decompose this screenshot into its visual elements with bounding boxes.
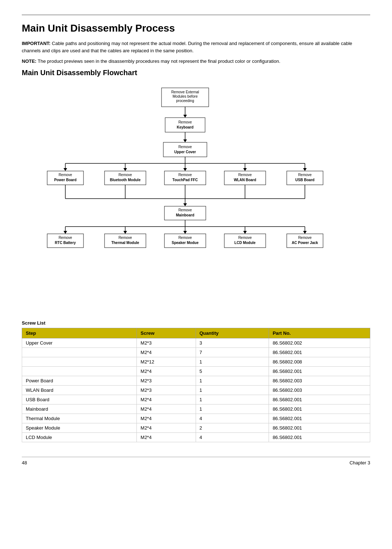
table-cell-screw: M2*3: [137, 338, 196, 347]
table-cell-part: 86.S6802.003: [269, 385, 370, 395]
svg-text:Remove: Remove: [238, 173, 252, 177]
svg-marker-5: [183, 115, 187, 118]
important-text: Cable paths and positioning may not repr…: [22, 41, 352, 53]
table-row: USB BoardM2*4186.S6802.001: [22, 395, 370, 404]
svg-text:Mainboard: Mainboard: [176, 213, 195, 217]
svg-text:Remove: Remove: [238, 236, 252, 240]
svg-text:Remove: Remove: [178, 208, 192, 212]
screw-list-section: Screw List Step Screw Quantity Part No. …: [22, 320, 370, 442]
svg-marker-59: [183, 231, 187, 234]
table-cell-step: Thermal Module: [22, 414, 137, 423]
table-cell-qty: 1: [196, 395, 269, 404]
svg-text:LCD Module: LCD Module: [234, 241, 256, 245]
footer: 48 Chapter 3: [22, 457, 370, 465]
table-cell-screw: M2*4: [137, 347, 196, 357]
table-header-step: Step: [22, 328, 137, 338]
table-cell-qty: 3: [196, 338, 269, 347]
table-row: M2*4786.S6802.001: [22, 347, 370, 357]
svg-text:Remove: Remove: [118, 236, 132, 240]
svg-marker-63: [303, 231, 307, 234]
flowchart-svg: Remove External Modules before proceedin…: [33, 84, 359, 309]
table-cell-step: LCD Module: [22, 432, 137, 442]
table-cell-step: Speaker Module: [22, 423, 137, 432]
svg-text:Remove: Remove: [178, 173, 192, 177]
table-header-qty: Quantity: [196, 328, 269, 338]
svg-marker-17: [64, 168, 67, 171]
important-paragraph: IMPORTANT: Cable paths and positioning m…: [22, 40, 370, 54]
table-cell-part: 86.S6802.001: [269, 395, 370, 404]
table-cell-part: 86.S6802.001: [269, 423, 370, 432]
important-label: IMPORTANT:: [22, 41, 50, 46]
svg-text:WLAN Board: WLAN Board: [234, 178, 256, 182]
svg-text:Remove External: Remove External: [171, 90, 199, 94]
table-header-part: Part No.: [269, 328, 370, 338]
table-cell-part: 86.S6802.001: [269, 366, 370, 376]
svg-text:Remove: Remove: [58, 173, 72, 177]
table-row: M2*12186.S6802.008: [22, 357, 370, 366]
svg-text:Remove: Remove: [298, 173, 312, 177]
table-row: Speaker ModuleM2*4286.S6802.001: [22, 423, 370, 432]
table-cell-step: Mainboard: [22, 404, 137, 414]
svg-text:Remove: Remove: [178, 120, 192, 124]
table-row: Thermal ModuleM2*4486.S6802.001: [22, 414, 370, 423]
svg-rect-11: [163, 142, 207, 157]
svg-text:Speaker Modue: Speaker Modue: [172, 241, 199, 245]
table-cell-qty: 2: [196, 423, 269, 432]
svg-marker-21: [183, 168, 187, 171]
svg-marker-48: [183, 203, 187, 206]
table-row: WLAN BoardM2*3186.S6802.003: [22, 385, 370, 395]
table-cell-part: 86.S6802.001: [269, 414, 370, 423]
svg-text:Modules before: Modules before: [173, 94, 198, 98]
table-cell-part: 86.S6802.003: [269, 376, 370, 385]
screw-list-title: Screw List: [22, 320, 370, 326]
svg-text:Keyboard: Keyboard: [177, 125, 193, 129]
table-cell-part: 86.S6802.002: [269, 338, 370, 347]
table-cell-step: Upper Cover: [22, 338, 137, 347]
table-cell-qty: 1: [196, 404, 269, 414]
svg-text:Remove: Remove: [178, 145, 192, 149]
table-cell-step: WLAN Board: [22, 385, 137, 395]
note-paragraph: NOTE: The product previews seen in the d…: [22, 58, 370, 65]
table-cell-screw: M2*3: [137, 376, 196, 385]
screw-table: Step Screw Quantity Part No. Upper Cover…: [22, 328, 370, 442]
top-border: [22, 15, 370, 15]
svg-marker-23: [243, 168, 247, 171]
svg-marker-19: [123, 168, 127, 171]
table-cell-screw: M2*3: [137, 385, 196, 395]
table-cell-step: [22, 357, 137, 366]
table-header-screw: Screw: [137, 328, 196, 338]
table-cell-qty: 1: [196, 385, 269, 395]
chapter-label: Chapter 3: [350, 460, 370, 465]
table-cell-screw: M2*4: [137, 366, 196, 376]
svg-marker-10: [183, 139, 187, 142]
svg-text:USB Board: USB Board: [295, 178, 315, 182]
svg-text:Power Board: Power Board: [54, 178, 77, 182]
table-cell-part: 86.S6802.001: [269, 404, 370, 414]
flowchart: Remove External Modules before proceedin…: [22, 84, 370, 309]
svg-marker-55: [64, 231, 67, 234]
note-label: NOTE:: [22, 58, 36, 64]
table-cell-part: 86.S6802.001: [269, 432, 370, 442]
svg-text:Remove: Remove: [178, 236, 192, 240]
svg-marker-25: [303, 168, 307, 171]
svg-marker-57: [123, 231, 127, 234]
svg-text:TouchPad FFC: TouchPad FFC: [172, 178, 198, 182]
table-cell-qty: 5: [196, 366, 269, 376]
table-cell-step: Power Board: [22, 376, 137, 385]
table-cell-part: 86.S6802.008: [269, 357, 370, 366]
table-cell-screw: M2*4: [137, 432, 196, 442]
table-row: LCD ModuleM2*4486.S6802.001: [22, 432, 370, 442]
svg-text:Upper Cover: Upper Cover: [174, 150, 196, 154]
table-cell-screw: M2*12: [137, 357, 196, 366]
table-cell-qty: 4: [196, 414, 269, 423]
table-cell-screw: M2*4: [137, 414, 196, 423]
table-cell-step: [22, 347, 137, 357]
page-title: Main Unit Disassembly Process: [22, 23, 370, 34]
table-row: Power BoardM2*3186.S6802.003: [22, 376, 370, 385]
svg-marker-61: [243, 231, 247, 234]
svg-text:proceeding: proceeding: [176, 99, 194, 103]
table-row: Upper CoverM2*3386.S6802.002: [22, 338, 370, 347]
table-cell-step: [22, 366, 137, 376]
table-cell-screw: M2*4: [137, 404, 196, 414]
table-row: M2*4586.S6802.001: [22, 366, 370, 376]
